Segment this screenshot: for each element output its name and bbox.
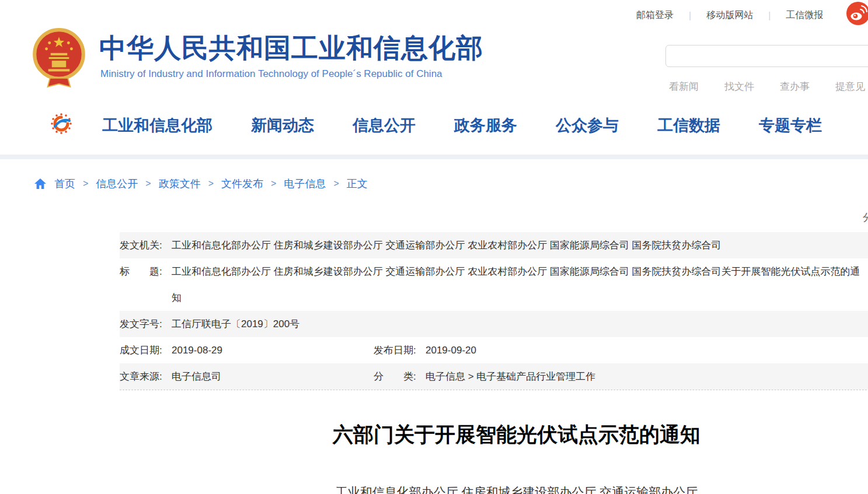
- meta-row-title: 标 题:工业和信息化部办公厅 住房和城乡建设部办公厅 交通运输部办公厅 农业农村…: [120, 258, 868, 311]
- meta-cell-publish-date: 发布日期:2019-09-20: [374, 337, 476, 363]
- nav-item-miit-data[interactable]: 工信数据: [657, 115, 720, 136]
- meta-value: 电子信息司: [172, 363, 221, 390]
- meta-row-doc-number: 发文字号:工信厅联电子〔2019〕200号: [120, 311, 868, 337]
- weibo-channel-link[interactable]: 工信微报: [786, 9, 823, 22]
- nav-item-news[interactable]: 新闻动态: [251, 115, 314, 136]
- weibo-icon[interactable]: [846, 2, 868, 25]
- breadcrumb-home[interactable]: 首页: [54, 177, 75, 191]
- miit-swirl-logo-icon: [50, 112, 73, 135]
- search-tab-services[interactable]: 查办事: [780, 80, 810, 93]
- breadcrumb: 首页 > 信息公开 > 政策文件 > 文件发布 > 电子信息 > 正文: [34, 177, 368, 191]
- meta-label: 文章来源:: [120, 363, 172, 390]
- meta-value: 2019-09-20: [426, 337, 476, 363]
- search-tabs: 看新闻 找文件 查办事 提意见: [669, 80, 865, 93]
- meta-row-source-category: 文章来源:电子信息司 分 类:电子信息 > 电子基础产品行业管理工作: [120, 363, 868, 390]
- topbar-separator: |: [768, 10, 771, 21]
- nav-item-info-disclosure[interactable]: 信息公开: [353, 115, 416, 136]
- meta-value: 工业和信息化部办公厅 住房和城乡建设部办公厅 交通运输部办公厅 农业农村部办公厅…: [172, 232, 721, 258]
- breadcrumb-separator: >: [83, 178, 88, 189]
- nav-item-public-participation[interactable]: 公众参与: [556, 115, 619, 136]
- meta-row-dates: 成文日期:2019-08-29 发布日期:2019-09-20: [120, 337, 868, 363]
- doc-meta-table: 发文机关:工业和信息化部办公厅 住房和城乡建设部办公厅 交通运输部办公厅 农业农…: [120, 232, 868, 390]
- nav-item-gov-services[interactable]: 政务服务: [454, 115, 517, 136]
- meta-row-issuing-org: 发文机关:工业和信息化部办公厅 住房和城乡建设部办公厅 交通运输部办公厅 农业农…: [120, 232, 868, 258]
- miit-article-page: 邮箱登录 | 移动版网站 | 工信微报 中华人民共和国工业和信息化部 Minis…: [0, 0, 868, 494]
- breadcrumb-electronic-info[interactable]: 电子信息: [284, 177, 326, 191]
- article-title: 六部门关于开展智能光伏试点示范的通知: [120, 421, 868, 449]
- site-title: 中华人民共和国工业和信息化部: [99, 30, 483, 66]
- top-utility-bar: 邮箱登录 | 移动版网站 | 工信微报: [636, 9, 823, 22]
- search-tab-feedback[interactable]: 提意见: [835, 80, 865, 93]
- search-tab-news[interactable]: 看新闻: [669, 80, 699, 93]
- meta-cell-source: 文章来源:电子信息司: [120, 363, 374, 390]
- share-label-clipped[interactable]: 分享: [863, 211, 868, 225]
- meta-value: 工业和信息化部办公厅 住房和城乡建设部办公厅 交通运输部办公厅 农业农村部办公厅…: [172, 258, 866, 311]
- header-divider-band: [0, 155, 868, 159]
- meta-label: 成文日期:: [120, 337, 172, 363]
- site-subtitle-english: Ministry of Industry and Information Tec…: [100, 68, 442, 80]
- meta-value: 电子信息 > 电子基础产品行业管理工作: [426, 363, 595, 390]
- meta-label: 发文字号:: [120, 311, 172, 337]
- topbar-separator: |: [689, 10, 691, 21]
- nav-item-miit-home[interactable]: 工业和信息化部: [102, 115, 212, 136]
- meta-value: 2019-08-29: [172, 337, 222, 363]
- search-input[interactable]: [665, 45, 868, 67]
- home-icon[interactable]: [34, 178, 47, 190]
- meta-label: 分 类:: [374, 363, 426, 390]
- meta-value: 工信厅联电子〔2019〕200号: [172, 311, 299, 337]
- breadcrumb-separator: >: [208, 178, 214, 189]
- breadcrumb-document-release[interactable]: 文件发布: [221, 177, 263, 191]
- meta-label: 发布日期:: [374, 337, 426, 363]
- national-emblem-logo: [32, 27, 86, 89]
- meta-cell-written-date: 成文日期:2019-08-29: [120, 337, 374, 363]
- breadcrumb-current-article[interactable]: 正文: [347, 177, 368, 191]
- meta-label: 发文机关:: [120, 232, 172, 258]
- mobile-site-link[interactable]: 移动版网站: [706, 9, 753, 22]
- breadcrumb-separator: >: [333, 178, 339, 189]
- mailbox-login-link[interactable]: 邮箱登录: [636, 9, 674, 22]
- search-tab-documents[interactable]: 找文件: [724, 80, 754, 93]
- breadcrumb-separator: >: [271, 178, 276, 189]
- nav-item-special-topics[interactable]: 专题专栏: [759, 115, 822, 136]
- breadcrumb-policy-documents[interactable]: 政策文件: [159, 177, 201, 191]
- meta-label: 标 题:: [120, 258, 172, 285]
- breadcrumb-separator: >: [145, 178, 151, 189]
- meta-cell-category: 分 类:电子信息 > 电子基础产品行业管理工作: [374, 363, 595, 390]
- article-body-first-line: 工业和信息化部办公厅 住房和城乡建设部办公厅 交通运输部办公厅: [120, 484, 868, 494]
- breadcrumb-info-disclosure[interactable]: 信息公开: [96, 177, 138, 191]
- main-nav: 工业和信息化部 新闻动态 信息公开 政务服务 公众参与 工信数据 专题专栏: [102, 115, 822, 136]
